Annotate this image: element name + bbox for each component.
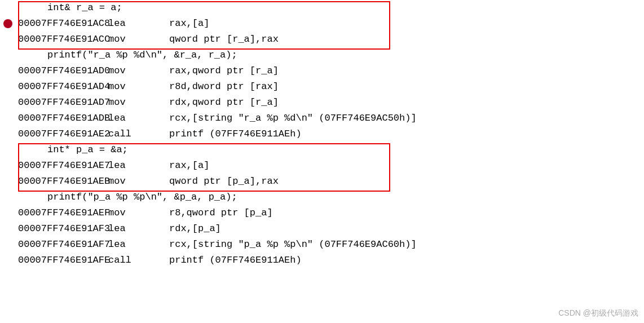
address: 00007FF746E91ADB: [18, 110, 108, 126]
asm-line[interactable]: 00007FF746E91ADBlearcx,[string "r_a %p %…: [18, 110, 644, 126]
operands: printf (07FF746E911AEh): [169, 253, 302, 268]
operands: printf (07FF746E911AEh): [169, 126, 302, 142]
operands: rax,[a]: [169, 158, 209, 174]
mnemonic: lea: [108, 110, 169, 126]
asm-line[interactable]: 00007FF746E91AEBmovqword ptr [p_a],rax: [18, 174, 644, 189]
operands: r8,qword ptr [p_a]: [169, 205, 273, 221]
address: 00007FF746E91AEB: [18, 174, 108, 189]
operands: rdx,[p_a]: [169, 221, 221, 237]
mnemonic: mov: [108, 205, 169, 221]
source-line[interactable]: int& r_a = a;: [18, 0, 644, 16]
address: 00007FF746E91AD4: [18, 79, 108, 95]
operands: rcx,[string "r_a %p %d\n" (07FF746E9AC50…: [169, 110, 417, 126]
mnemonic: lea: [108, 158, 169, 174]
source-text: int* p_a = &a;: [47, 142, 128, 158]
mnemonic: mov: [108, 79, 169, 95]
source-line[interactable]: printf("p_a %p %p\n", &p_a, p_a);: [18, 189, 644, 205]
operands: r8d,dword ptr [rax]: [169, 79, 279, 95]
breakpoint-icon[interactable]: [3, 19, 12, 28]
source-text: int& r_a = a;: [47, 0, 122, 16]
mnemonic: lea: [108, 16, 169, 32]
address: 00007FF746E91AEF: [18, 205, 108, 221]
mnemonic: mov: [108, 95, 169, 110]
address: 00007FF746E91AC8: [18, 16, 108, 32]
address: 00007FF746E91AF3: [18, 221, 108, 237]
address: 00007FF746E91ACC: [18, 32, 108, 47]
mnemonic: lea: [108, 221, 169, 237]
mnemonic: mov: [108, 63, 169, 79]
mnemonic: call: [108, 253, 169, 268]
source-text: printf("p_a %p %p\n", &p_a, p_a);: [47, 189, 237, 205]
address: 00007FF746E91AE7: [18, 158, 108, 174]
asm-line[interactable]: 00007FF746E91AF7learcx,[string "p_a %p %…: [18, 237, 644, 253]
asm-line[interactable]: 00007FF746E91AD4movr8d,dword ptr [rax]: [18, 79, 644, 95]
asm-line[interactable]: 00007FF746E91AFEcallprintf (07FF746E911A…: [18, 253, 644, 268]
address: 00007FF746E91AD0: [18, 63, 108, 79]
mnemonic: mov: [108, 32, 169, 47]
asm-line[interactable]: 00007FF746E91AEFmovr8,qword ptr [p_a]: [18, 205, 644, 221]
operands: qword ptr [p_a],rax: [169, 174, 279, 189]
source-line[interactable]: int* p_a = &a;: [18, 142, 644, 158]
mnemonic: lea: [108, 237, 169, 253]
operands: rax,[a]: [169, 16, 209, 32]
source-text: printf("r_a %p %d\n", &r_a, r_a);: [47, 47, 237, 63]
watermark: CSDN @初级代码游戏: [558, 308, 638, 318]
asm-line[interactable]: 00007FF746E91ACCmovqword ptr [r_a],rax: [18, 32, 644, 47]
operands: rax,qword ptr [r_a]: [169, 63, 279, 79]
operands: rcx,[string "p_a %p %p\n" (07FF746E9AC60…: [169, 237, 417, 253]
address: 00007FF746E91AE2: [18, 126, 108, 142]
mnemonic: mov: [108, 174, 169, 189]
asm-line[interactable]: 00007FF746E91AD0movrax,qword ptr [r_a]: [18, 63, 644, 79]
mnemonic: call: [108, 126, 169, 142]
address: 00007FF746E91AD7: [18, 95, 108, 110]
address: 00007FF746E91AFE: [18, 253, 108, 268]
address: 00007FF746E91AF7: [18, 237, 108, 253]
operands: rdx,qword ptr [r_a]: [169, 95, 279, 110]
asm-line[interactable]: 00007FF746E91AE7learax,[a]: [18, 158, 644, 174]
asm-line[interactable]: 00007FF746E91AF3leardx,[p_a]: [18, 221, 644, 237]
asm-line[interactable]: 00007FF746E91AD7movrdx,qword ptr [r_a]: [18, 95, 644, 110]
disassembly-view[interactable]: int& r_a = a;00007FF746E91AC8learax,[a]0…: [0, 0, 644, 268]
asm-line[interactable]: 00007FF746E91AE2callprintf (07FF746E911A…: [18, 126, 644, 142]
source-line[interactable]: printf("r_a %p %d\n", &r_a, r_a);: [18, 47, 644, 63]
operands: qword ptr [r_a],rax: [169, 32, 279, 47]
asm-line[interactable]: 00007FF746E91AC8learax,[a]: [18, 16, 644, 32]
